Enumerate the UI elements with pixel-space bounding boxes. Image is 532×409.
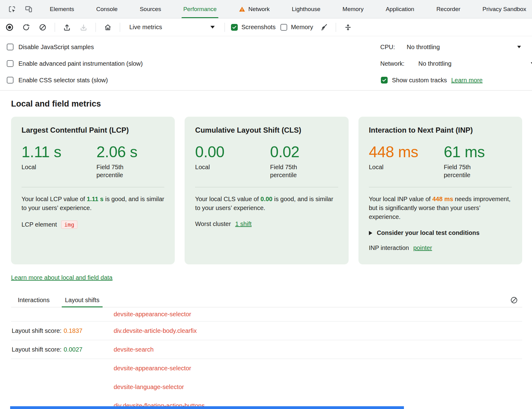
desc-value: 448 ms [432,196,453,202]
tab-performance[interactable]: Performance [172,0,228,18]
lcp-description: Your local LCP value of 1.11 s is good, … [22,195,164,212]
toolbar-separator [120,23,120,32]
css-selector-stats-toggle[interactable]: Enable CSS selector stats (slow) [0,72,143,88]
tab-memory[interactable]: Memory [331,0,375,18]
inspect-cursor-icon [8,5,16,13]
css-selector-stats-label: Enable CSS selector stats (slow) [18,77,108,84]
disable-js-samples-toggle[interactable]: Disable JavaScript samples [0,39,143,55]
device-toolbar-button[interactable] [23,3,34,15]
network-throttling-row: Network: No throttling [380,55,532,72]
tab-sources[interactable]: Sources [129,0,172,18]
screenshots-toggle[interactable]: Screenshots [231,24,276,31]
cpu-throttling-select[interactable]: No throttling [407,44,440,51]
lcp-local-label: Local [22,163,71,171]
metric-cards: Largest Contentful Paint (LCP) 1.11 s Lo… [11,117,522,264]
inspect-element-button[interactable] [6,3,18,15]
disable-js-samples-label: Disable JavaScript samples [18,44,94,51]
local-field-data-learn-more-link[interactable]: Learn more about local and field data [11,274,112,281]
view-mode-label: Live metrics [129,24,162,31]
tab-label: Recorder [436,6,460,13]
inp-local-column: 448 ms Local [369,144,444,179]
collapse-vertical-icon [344,23,352,31]
clear-button[interactable] [37,21,49,33]
live-metrics-log: Interactions Layout shifts devsite-appea… [11,293,522,409]
score-label: Layout shift score: [12,346,61,353]
tab-recorder[interactable]: Recorder [425,0,471,18]
cls-local-value: 0.00 [195,144,270,161]
layout-shift-element-link[interactable]: devsite-search [114,346,154,353]
expander-label: Consider your local test conditions [377,229,480,236]
layout-shift-row[interactable]: devsite-language-selector [11,378,522,396]
cls-description: Your local CLS value of 0.00 is good, an… [195,195,338,212]
toolbar-separator [225,23,225,32]
page-title: Local and field metrics [11,99,522,109]
tab-application[interactable]: Application [375,0,425,18]
tab-privacy-sandbox[interactable]: Privacy Sandbox [471,0,532,18]
tab-network[interactable]: Network [228,0,281,18]
load-profile-button[interactable] [61,21,73,33]
cls-footer: Worst cluster 1 shift [195,220,338,228]
lcp-element-node-link[interactable]: img [61,220,77,229]
layout-shift-row[interactable]: Layout shift score:0.0027 devsite-search [11,340,522,359]
tab-console[interactable]: Console [85,0,129,18]
layout-shift-element-link[interactable]: div.devsite-article-body.clearfix [114,327,197,334]
layout-shift-element-link[interactable]: devsite-appearance-selector [114,311,191,317]
tab-interactions[interactable]: Interactions [17,293,51,307]
screenshots-checkbox[interactable] [231,24,238,31]
log-tab-label: Layout shifts [65,297,99,304]
layout-shift-row[interactable]: devsite-appearance-selector [11,359,522,378]
lcp-element-label: LCP element [22,221,57,228]
layout-shift-element-link[interactable]: devsite-appearance-selector [114,365,191,372]
advanced-paint-checkbox[interactable] [7,60,14,67]
broom-icon [320,23,328,31]
network-throttling-select[interactable]: No throttling [418,60,452,67]
score-label: Layout shift score: [12,327,61,334]
memory-checkbox[interactable] [280,24,287,31]
layout-shift-row[interactable]: devsite-appearance-selector [11,307,522,321]
inp-local-label: Local [369,163,418,171]
lcp-card: Largest Contentful Paint (LCP) 1.11 s Lo… [11,117,175,264]
desc-text: Your local INP value of [369,196,432,202]
tab-label: Privacy Sandbox [483,6,526,13]
css-selector-stats-checkbox[interactable] [7,77,14,84]
live-metrics-home-button[interactable] [102,21,114,33]
tab-label: Elements [50,6,74,13]
layout-shift-rows: devsite-appearance-selector Layout shift… [11,307,522,409]
custom-tracks-learn-more-link[interactable]: Learn more [451,77,483,84]
tab-lighthouse[interactable]: Lighthouse [281,0,331,18]
memory-toggle[interactable]: Memory [280,24,313,31]
lcp-field-column: 2.06 s Field 75th percentile [96,144,146,179]
inp-interaction-link[interactable]: pointer [413,244,432,251]
local-test-conditions-expander[interactable]: Consider your local test conditions [369,229,512,236]
layout-shift-row[interactable]: Layout shift score:0.1837 div.devsite-ar… [11,321,522,340]
record-button[interactable] [4,21,15,33]
score-value: 0.1837 [64,327,82,334]
record-and-reload-button[interactable] [20,21,32,33]
tab-layout-shifts[interactable]: Layout shifts [64,293,100,307]
inp-values: 448 ms Local 61 ms Field 75th percentile [369,144,512,179]
tab-elements[interactable]: Elements [39,0,85,18]
tab-label: Sources [140,6,161,13]
chevron-down-icon[interactable] [517,46,521,48]
view-mode-select[interactable]: Live metrics [126,21,218,33]
lcp-local-value: 1.11 s [22,144,96,161]
inp-field-value: 61 ms [444,144,493,161]
collect-garbage-button[interactable] [318,21,330,33]
devtools-tabbar: Elements Console Sources Performance Net… [0,0,532,18]
show-custom-tracks-checkbox[interactable] [381,77,388,84]
layout-shift-element-link[interactable]: devsite-language-selector [114,384,184,390]
checkmark-icon [382,78,387,83]
inp-card-title: Interaction to Next Paint (INP) [369,126,512,134]
disable-js-samples-checkbox[interactable] [7,44,14,50]
card-divider [369,187,512,187]
save-profile-button[interactable] [78,21,89,33]
cpu-label: CPU: [380,44,407,51]
clear-log-button[interactable] [510,296,518,304]
cls-field-column: 0.02 Field 75th percentile [270,144,319,179]
collapse-tracks-button[interactable] [342,21,354,33]
inp-field-column: 61 ms Field 75th percentile [444,144,493,179]
chevron-down-icon[interactable] [531,62,532,65]
tab-label: Application [386,6,414,13]
advanced-paint-toggle[interactable]: Enable advanced paint instrumentation (s… [0,55,143,72]
worst-cluster-link[interactable]: 1 shift [235,220,252,228]
